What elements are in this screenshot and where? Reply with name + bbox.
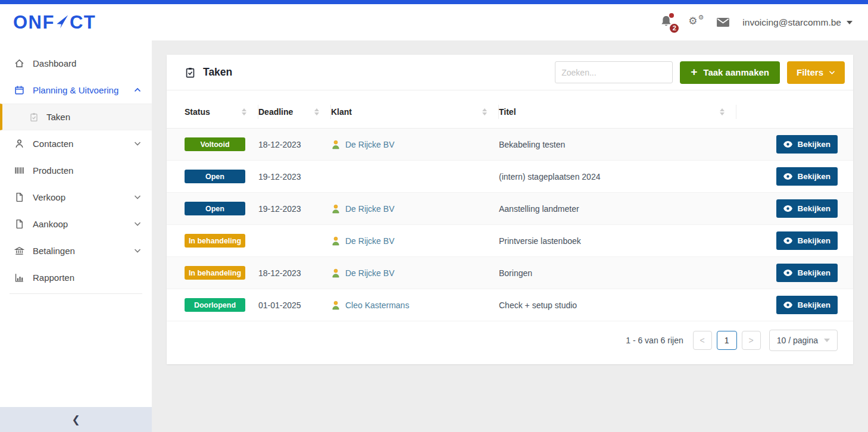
column-header-klant[interactable]: Klant: [331, 107, 499, 117]
view-label: Bekijken: [797, 140, 830, 149]
notification-dot: [669, 13, 674, 18]
sidebar-item-rapporten[interactable]: Rapporten: [0, 264, 152, 291]
pagination-summary: 1 - 6 van 6 rijen: [626, 336, 683, 345]
sidebar-item-taken[interactable]: Taken: [0, 104, 152, 130]
sidebar-item-label: Betalingen: [33, 246, 126, 256]
sidebar-item-label: Contacten: [33, 139, 126, 149]
clipboard-check-icon: [185, 67, 196, 79]
search-input[interactable]: [561, 68, 669, 77]
main-content: Taken + Taak aanmaken Filters: [152, 40, 868, 432]
previous-page-button[interactable]: <: [693, 331, 712, 350]
settings-gears-icon[interactable]: ⚙⚙: [688, 15, 704, 30]
search-box: [555, 61, 673, 83]
klant-cell: Cleo Kastermans: [331, 300, 499, 310]
create-task-button[interactable]: + Taak aanmaken: [680, 61, 780, 84]
notifications-bell-icon[interactable]: 2: [660, 15, 675, 30]
sort-icon[interactable]: [482, 108, 487, 115]
deadline-cell: 18-12-2023: [258, 268, 331, 278]
sidebar-item-label: Dashboard: [33, 58, 141, 68]
view-task-button[interactable]: Bekijken: [776, 264, 838, 282]
klant-cell: De Rijcke BV: [331, 204, 499, 214]
column-header-status[interactable]: Status: [185, 107, 258, 117]
status-badge: Open: [185, 202, 245, 215]
sidebar-item-planning-uitvoering[interactable]: Planning & Uitvoering: [0, 77, 152, 104]
view-task-button[interactable]: Bekijken: [776, 296, 838, 314]
view-task-button[interactable]: Bekijken: [776, 199, 838, 218]
tasks-table: Status Deadline Klant Titel: [167, 90, 853, 321]
deadline-cell: 19-12-2023: [258, 172, 331, 181]
eye-icon: [783, 270, 792, 276]
next-page-button[interactable]: >: [742, 331, 761, 350]
status-badge: In behandeling: [185, 266, 245, 280]
chevron-down-icon: [829, 70, 835, 75]
taken-panel: Taken + Taak aanmaken Filters: [167, 55, 853, 364]
customer-avatar-icon: [331, 204, 341, 214]
sort-icon[interactable]: [242, 108, 246, 115]
column-label: Deadline: [258, 107, 293, 117]
table-row: Open 19-12-2023 De Rijcke BV Aanstelling…: [167, 193, 853, 225]
sidebar-item-label: Producten: [33, 165, 141, 176]
sidebar-item-aankoop[interactable]: Aankoop: [0, 211, 152, 237]
bank-icon: [14, 246, 24, 256]
klant-cell: De Rijcke BV: [331, 140, 499, 149]
page-number-button[interactable]: 1: [717, 331, 737, 350]
customer-avatar-icon: [331, 236, 341, 246]
chevron-down-icon: [134, 141, 141, 146]
klant-link[interactable]: De Rijcke BV: [345, 268, 394, 278]
sidebar-item-betalingen[interactable]: Betalingen: [0, 237, 152, 264]
page-title: Taken: [203, 66, 232, 79]
sidebar-item-producten[interactable]: Producten: [0, 157, 152, 184]
column-label: Klant: [331, 107, 352, 117]
bar-chart-icon: [14, 273, 24, 283]
table-row: Doorlopend 01-01-2025 Cleo Kastermans Ch…: [167, 289, 853, 321]
sidebar-divider: [10, 293, 142, 294]
chevron-up-icon: [134, 87, 141, 93]
column-label: Status: [185, 107, 210, 117]
sort-icon[interactable]: [720, 108, 725, 115]
klant-link[interactable]: De Rijcke BV: [345, 204, 394, 214]
status-badge: In behandeling: [185, 234, 245, 248]
column-header-deadline[interactable]: Deadline: [258, 107, 331, 117]
klant-link[interactable]: De Rijcke BV: [345, 140, 394, 149]
titel-cell: Printversie lastenboek: [499, 236, 736, 246]
klant-cell: De Rijcke BV: [331, 268, 499, 278]
mail-envelope-icon[interactable]: [717, 18, 729, 27]
filters-button[interactable]: Filters: [787, 61, 845, 84]
view-label: Bekijken: [797, 204, 830, 213]
logo-text-post: CT: [70, 12, 96, 33]
top-accent-bar: [0, 0, 868, 4]
table-body: Voltooid 18-12-2023 De Rijcke BV Bekabel…: [167, 129, 853, 321]
column-label: Titel: [499, 107, 516, 117]
view-task-button[interactable]: Bekijken: [776, 167, 838, 186]
view-label: Bekijken: [797, 300, 830, 309]
view-task-button[interactable]: Bekijken: [776, 135, 838, 154]
person-icon: [14, 139, 24, 149]
sidebar-item-label: Aankoop: [33, 219, 126, 229]
sidebar-item-dashboard[interactable]: Dashboard: [0, 50, 152, 77]
klant-cell: De Rijcke BV: [331, 236, 499, 246]
sidebar-item-contacten[interactable]: Contacten: [0, 130, 152, 157]
panel-title-wrap: Taken: [185, 66, 232, 79]
create-task-label: Taak aanmaken: [703, 67, 769, 77]
column-header-titel[interactable]: Titel: [499, 107, 736, 117]
sort-icon[interactable]: [314, 108, 319, 115]
plus-icon: +: [691, 66, 697, 77]
page-size-select[interactable]: 10 / pagina: [769, 330, 838, 351]
chevron-down-icon: [134, 195, 141, 200]
filters-label: Filters: [797, 67, 823, 77]
user-account-menu[interactable]: invoicing@starcomm.be: [742, 17, 853, 28]
view-label: Bekijken: [797, 268, 830, 277]
notification-count-badge: 2: [669, 23, 680, 34]
sidebar-collapse-button[interactable]: ❮: [0, 407, 152, 432]
pagination: 1 - 6 van 6 rijen < 1 > 10 / pagina: [167, 321, 853, 351]
chevron-down-icon: [847, 21, 853, 24]
klant-link[interactable]: De Rijcke BV: [345, 236, 394, 246]
view-task-button[interactable]: Bekijken: [776, 231, 838, 250]
klant-link[interactable]: Cleo Kastermans: [345, 300, 409, 310]
onfact-logo[interactable]: ONF CT: [13, 12, 96, 33]
sidebar-item-verkoop[interactable]: Verkoop: [0, 184, 152, 211]
eye-icon: [783, 173, 792, 180]
titel-cell: Aanstelling landmeter: [499, 204, 736, 214]
status-badge: Doorlopend: [185, 298, 245, 312]
deadline-cell: 19-12-2023: [258, 204, 331, 214]
